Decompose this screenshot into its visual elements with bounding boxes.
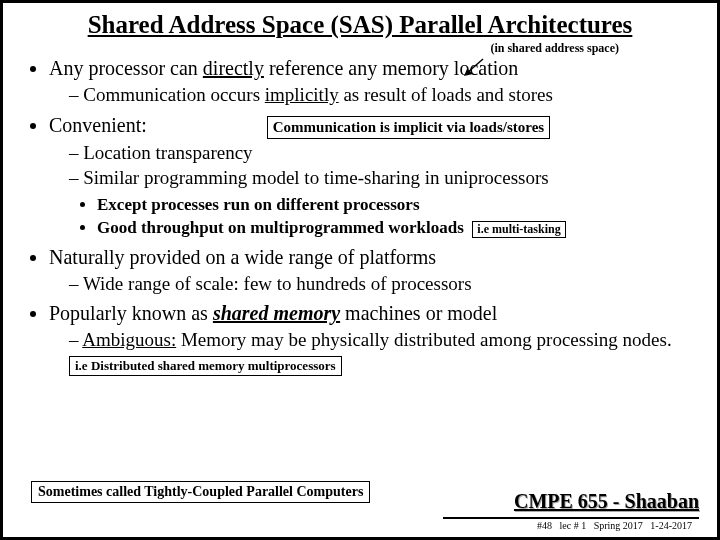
date: 1-24-2017 (650, 520, 692, 531)
bullet-3: Naturally provided on a wide range of pl… (49, 245, 699, 296)
dot-bullet: Good throughput on multiprogrammed workl… (97, 217, 699, 238)
footer-box: Sometimes called Tightly-Coupled Paralle… (31, 481, 370, 503)
text: Memory may be physically distributed amo… (176, 329, 672, 350)
brand: CMPE 655 - Shaaban (514, 490, 699, 513)
slide: Shared Address Space (SAS) Parallel Arch… (0, 0, 720, 540)
slide-meta: #48 lec # 1 Spring 2017 1-24-2017 (537, 520, 692, 531)
text: Naturally provided on a wide range of pl… (49, 246, 436, 268)
text: Popularly known as (49, 302, 213, 324)
text: as result of loads and stores (339, 84, 553, 105)
term: Spring 2017 (594, 520, 643, 531)
sub-bullet: Ambiguous: Memory may be physically dist… (69, 328, 699, 376)
slide-title: Shared Address Space (SAS) Parallel Arch… (21, 11, 699, 39)
svg-line-0 (467, 59, 483, 73)
callout-box: i.e multi-tasking (472, 221, 565, 238)
sub-bullet: Location transparency (69, 141, 699, 165)
bullet-1: Any processor can directly reference any… (49, 56, 699, 107)
underline: implicitly (265, 84, 339, 105)
sub-bullet: Similar programming model to time-sharin… (69, 166, 699, 190)
annotation-top: (in shared address space) (21, 41, 699, 56)
text: Communication occurs (83, 84, 265, 105)
slide-number: #48 (537, 520, 552, 531)
dot-bullet: Except processes run on different proces… (97, 194, 699, 215)
emphasis: shared memory (213, 302, 340, 324)
sub-bullet: Communication occurs implicitly as resul… (69, 83, 699, 107)
underline: Ambiguous: (82, 329, 176, 350)
sub-bullet: Wide range of scale: few to hundreds of … (69, 272, 699, 296)
bullet-4: Popularly known as shared memory machine… (49, 301, 699, 376)
lecture-number: lec # 1 (560, 520, 587, 531)
arrow-icon (463, 57, 487, 77)
text: machines or model (340, 302, 497, 324)
svg-marker-1 (464, 69, 473, 76)
bullet-list: Any processor can directly reference any… (21, 56, 699, 376)
callout-box: Communication is implicit via loads/stor… (267, 116, 550, 139)
text: Any processor can (49, 57, 203, 79)
divider (443, 517, 699, 519)
underline: directly (203, 57, 264, 79)
callout-box: i.e Distributed shared memory multiproce… (69, 356, 342, 376)
text: Good throughput on multiprogrammed workl… (97, 218, 464, 237)
text: Convenient: (49, 114, 147, 136)
bullet-2: Convenient: Communication is implicit vi… (49, 113, 699, 239)
